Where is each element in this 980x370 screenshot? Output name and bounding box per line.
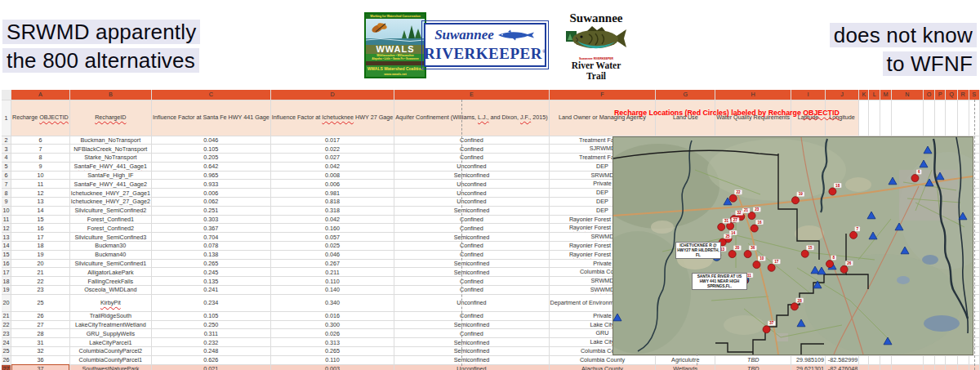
cell-J27[interactable]: -82.476048 — [825, 364, 858, 370]
column-header-L[interactable]: L — [869, 90, 880, 100]
cell-D13[interactable]: 0.057 — [270, 233, 394, 242]
header-cell-E1[interactable]: Aquifer Confinement (Williams, L.J., and… — [394, 100, 549, 136]
cell-D7[interactable]: 0.006 — [270, 180, 394, 189]
cell-A24[interactable]: 31 — [11, 338, 70, 347]
cell-B26[interactable]: ColumbiaCountyParcel1 — [69, 355, 151, 364]
cell-A5[interactable]: 9 — [11, 162, 70, 171]
cell-D12[interactable]: 0.160 — [270, 224, 394, 233]
cell-D23[interactable]: 0.026 — [270, 329, 394, 338]
cell-D8[interactable]: 0.981 — [270, 189, 394, 198]
cell-C10[interactable]: 0.251 — [151, 206, 270, 215]
cell-B23[interactable]: GRU_SupplyWells — [69, 329, 151, 338]
cell-D26[interactable]: 0.110 — [270, 355, 394, 364]
cell-E10[interactable]: Semiconfined — [394, 206, 549, 215]
cell-K1[interactable] — [859, 100, 869, 136]
cell-E26[interactable]: Semiconfined — [394, 355, 549, 364]
cell-B12[interactable]: Forest_Confined2 — [69, 224, 151, 233]
cell-C3[interactable]: 0.105 — [151, 145, 270, 154]
cell-C25[interactable]: 0.248 — [151, 347, 270, 356]
column-header-F[interactable]: F — [549, 90, 656, 100]
cell-G27[interactable]: Wetlands — [656, 364, 715, 370]
row-header-12[interactable]: 12 — [2, 224, 11, 233]
cell-D25[interactable]: 0.265 — [270, 347, 394, 356]
column-header-D[interactable]: D — [270, 90, 394, 100]
cell-E15[interactable]: Confined — [394, 250, 549, 259]
column-header-H[interactable]: H — [715, 90, 791, 100]
column-header-R[interactable]: R — [957, 90, 969, 100]
cell-C24[interactable]: 0.232 — [151, 338, 270, 347]
cell-A4[interactable]: 8 — [11, 154, 70, 163]
cell-C21[interactable]: 0.105 — [151, 311, 270, 320]
cell-D5[interactable]: 0.042 — [270, 162, 394, 171]
cell-A21[interactable]: 26 — [11, 311, 70, 320]
cell-C14[interactable]: 0.078 — [151, 242, 270, 251]
column-header-N[interactable]: N — [892, 90, 924, 100]
cell-A9[interactable]: 13 — [11, 198, 70, 207]
column-header-C[interactable]: C — [151, 90, 270, 100]
cell-E14[interactable]: Confined — [394, 242, 549, 251]
cell-Q1[interactable] — [946, 100, 957, 136]
column-header-A[interactable]: A — [11, 90, 70, 100]
cell-A27[interactable]: 37 — [11, 364, 70, 370]
cell-D4[interactable]: 0.027 — [270, 154, 394, 163]
cell-G26[interactable]: Agriculutre — [656, 355, 715, 364]
cell-E23[interactable]: Confined — [394, 329, 549, 338]
cell-C26[interactable]: 0.626 — [151, 355, 270, 364]
cell-A18[interactable]: 22 — [11, 277, 70, 286]
cell-K26[interactable] — [859, 355, 869, 364]
cell-D15[interactable]: 0.046 — [270, 250, 394, 259]
cell-N1[interactable] — [892, 100, 924, 136]
cell-A16[interactable]: 20 — [11, 259, 70, 268]
cell-A10[interactable]: 14 — [11, 206, 70, 215]
cell-C8[interactable]: 0.006 — [151, 189, 270, 198]
cell-C23[interactable]: 0.311 — [151, 329, 270, 338]
row-header-26[interactable]: 26 — [2, 355, 11, 364]
column-header-J[interactable]: J — [825, 90, 858, 100]
cell-D11[interactable]: 0.042 — [270, 215, 394, 224]
cell-B4[interactable]: Starke_NoTransport — [69, 154, 151, 163]
header-cell-F1[interactable]: Land Owner or Managing Agency — [549, 100, 656, 136]
cell-A12[interactable]: 16 — [11, 224, 70, 233]
cell-E17[interactable]: Semiconfined — [394, 268, 549, 277]
row-header-6[interactable]: 6 — [2, 171, 11, 180]
cell-B13[interactable]: Silviculture_SemiConfined3 — [69, 233, 151, 242]
column-header-B[interactable]: B — [69, 90, 151, 100]
cell-O27[interactable] — [923, 364, 934, 370]
row-header-2[interactable]: 2 — [2, 136, 11, 145]
cell-A22[interactable]: 27 — [11, 320, 70, 329]
column-header-O[interactable]: O — [923, 90, 934, 100]
cell-A8[interactable]: 12 — [11, 189, 70, 198]
cell-E11[interactable]: Confined — [394, 215, 549, 224]
cell-D24[interactable]: 0.313 — [270, 338, 394, 347]
cell-B8[interactable]: Ichetucknee_HWY_27_Gage1 — [69, 189, 151, 198]
cell-A13[interactable]: 17 — [11, 233, 70, 242]
cell-R27[interactable] — [957, 364, 969, 370]
cell-B17[interactable]: AlligatorLakePark — [69, 268, 151, 277]
row-header-24[interactable]: 24 — [2, 338, 11, 347]
cell-C2[interactable]: 0.046 — [151, 136, 270, 145]
cell-A2[interactable]: 6 — [11, 136, 70, 145]
header-cell-B1[interactable]: RechargeID — [69, 100, 151, 136]
cell-E25[interactable]: Semiconfined — [394, 347, 549, 356]
cell-C7[interactable]: 0.933 — [151, 180, 270, 189]
cell-B3[interactable]: NFBlackCreek_NoTransport — [69, 145, 151, 154]
header-cell-G1[interactable]: Land Use — [656, 100, 715, 136]
row-header-19[interactable]: 19 — [2, 286, 11, 295]
cell-B16[interactable]: Silviculture_SemiConfined1 — [69, 259, 151, 268]
cell-D2[interactable]: 0.017 — [270, 136, 394, 145]
cell-B20[interactable]: KirbyPit — [69, 294, 151, 311]
cell-Q27[interactable] — [946, 364, 957, 370]
cell-E2[interactable]: Confined — [394, 136, 549, 145]
header-cell-I1[interactable]: Latitude — [791, 100, 826, 136]
cell-E24[interactable]: Semiconfined — [394, 338, 549, 347]
cell-D19[interactable]: 0.140 — [270, 286, 394, 295]
cell-D9[interactable]: 0.818 — [270, 198, 394, 207]
row-header-14[interactable]: 14 — [2, 242, 11, 251]
cell-E8[interactable]: Unconfined — [394, 189, 549, 198]
cell-M27[interactable] — [880, 364, 891, 370]
cell-H27[interactable]: TBD — [715, 364, 791, 370]
cell-B22[interactable]: LakeCityTreatmentWetland — [69, 320, 151, 329]
row-header-20[interactable]: 20 — [2, 294, 11, 311]
cell-R1[interactable] — [957, 100, 969, 136]
cell-N27[interactable] — [892, 364, 924, 370]
